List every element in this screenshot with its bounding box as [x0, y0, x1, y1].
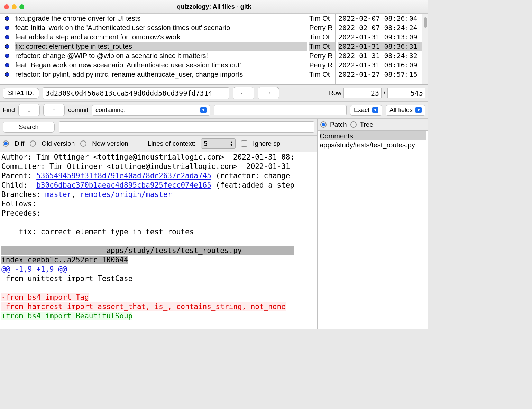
traffic-lights: [4, 4, 24, 9]
branch-remote-link[interactable]: remotes/origin/master: [80, 190, 172, 199]
commit-row[interactable]: feat: Initial work on the 'Authenticated…: [2, 23, 307, 33]
patch-radio[interactable]: [320, 121, 327, 128]
date-cell: 2022-01-31 08:36:31: [338, 42, 422, 51]
commit-dot-icon: [5, 16, 9, 21]
date-column[interactable]: 2022-02-07 08:26:042022-02-07 08:24:2420…: [336, 14, 422, 84]
commit-dot-icon: [5, 72, 9, 77]
zoom-window-button[interactable]: [19, 4, 24, 9]
find-label: Find: [3, 107, 15, 114]
new-version-label: New version: [92, 140, 128, 147]
ignore-space-checkbox[interactable]: [241, 140, 247, 147]
date-cell: 2022-01-31 08:24:32: [338, 51, 422, 61]
diff-view[interactable]: Author: Tim Ottinger <tottinge@industria…: [0, 152, 317, 329]
search-row: Search: [0, 119, 317, 136]
date-cell: 2022-01-31 09:13:09: [338, 33, 422, 42]
search-input[interactable]: [59, 121, 314, 133]
close-window-button[interactable]: [4, 4, 9, 9]
author-cell: Tim Ot: [309, 14, 335, 23]
scrollbar-thumb[interactable]: [424, 17, 427, 28]
minimize-window-button[interactable]: [12, 4, 17, 9]
commit-dot-icon: [5, 54, 9, 58]
commit-message: feat: Initial work on the 'Authenticated…: [15, 23, 307, 33]
commit-row[interactable]: feat:added a step and a comment for tomo…: [2, 33, 307, 42]
file-entry[interactable]: apps/study/tests/test_routes.py: [320, 140, 426, 149]
author-cell: Perry R: [309, 51, 335, 61]
commit-message: fix:upgrade the chrome driver for UI tes…: [15, 14, 307, 23]
parent-link[interactable]: 5365494599f31f8d791e40ad78de2637c2ada745: [36, 172, 211, 180]
search-button[interactable]: Search: [3, 122, 55, 133]
graph-cell: [2, 44, 12, 49]
main-split: Search Diff Old version New version Line…: [0, 119, 428, 329]
titlebar: quizzology: All files - gitk: [0, 0, 428, 14]
commit-row[interactable]: fix:upgrade the chrome driver for UI tes…: [2, 14, 307, 23]
patch-tree-row: Patch Tree: [318, 119, 428, 130]
commit-message: fix: correct element type in test_routes: [15, 42, 307, 51]
chevron-down-icon: ▾: [200, 107, 207, 113]
old-version-radio[interactable]: [30, 140, 36, 147]
commit-row[interactable]: feat: Began work on new sceanario 'Authe…: [2, 61, 307, 70]
row-label: Row: [329, 90, 341, 97]
find-row: Find ↓ ↑ commit containing: ▾ Exact ▾ Al…: [0, 102, 428, 119]
graph-cell: [2, 63, 12, 67]
commit-dot-icon: [5, 63, 9, 67]
tree-radio[interactable]: [350, 121, 357, 128]
diff-radio[interactable]: [3, 140, 9, 147]
graph-cell: [2, 26, 12, 30]
find-commit-label: commit: [68, 107, 88, 114]
graph-cell: [2, 35, 12, 39]
find-next-button[interactable]: ↓: [18, 104, 40, 116]
tree-label: Tree: [360, 121, 373, 128]
commit-list[interactable]: fix:upgrade the chrome driver for UI tes…: [0, 14, 307, 84]
chevron-down-icon: ▾: [372, 107, 378, 113]
commit-row[interactable]: fix: correct element type in test_routes: [2, 42, 307, 51]
graph-cell: [2, 72, 12, 77]
commit-row[interactable]: refactor: for pylint, add pylintrc, rena…: [2, 70, 307, 79]
commit-message: refactor: change @WIP to @wip on a scena…: [15, 51, 307, 61]
lines-of-context-stepper[interactable]: ▲▼: [201, 138, 236, 149]
find-fields-select[interactable]: All fields ▾: [386, 105, 425, 116]
author-cell: Perry R: [309, 61, 335, 70]
commit-message: refactor: for pylint, add pylintrc, rena…: [15, 70, 307, 79]
sha1-id-button[interactable]: SHA1 ID:: [3, 88, 39, 99]
comments-entry[interactable]: Comments: [320, 131, 426, 140]
graph-cell: [2, 54, 12, 58]
right-panel: Patch Tree Comments apps/study/tests/tes…: [318, 119, 428, 329]
left-panel: Search Diff Old version New version Line…: [0, 119, 318, 329]
find-match-select[interactable]: Exact ▾: [350, 105, 382, 116]
chevron-down-icon: ▾: [415, 107, 422, 113]
window-title: quizzology: All files - gitk: [0, 3, 428, 10]
prev-commit-button[interactable]: ←: [233, 87, 254, 99]
patch-label: Patch: [330, 121, 347, 128]
lines-of-context-label: Lines of context:: [148, 140, 195, 147]
author-cell: Perry R: [309, 23, 335, 33]
next-commit-button[interactable]: →: [258, 87, 279, 99]
commit-dot-icon: [5, 44, 9, 49]
commit-dot-icon: [5, 26, 9, 30]
file-list[interactable]: Comments apps/study/tests/test_routes.py: [318, 130, 428, 329]
current-row[interactable]: 23: [343, 88, 382, 98]
sha1-value[interactable]: 3d2309c0d456a813cca549d0ddd58cd399fd7314: [43, 87, 229, 99]
diff-options-row: Diff Old version New version Lines of co…: [0, 136, 317, 152]
author-column[interactable]: Tim OtPerry RTim OtTim OtPerry RPerry RT…: [307, 14, 336, 84]
ignore-space-label: Ignore sp: [253, 140, 280, 147]
find-prev-button[interactable]: ↑: [43, 104, 65, 116]
stepper-arrows-icon[interactable]: ▲▼: [230, 141, 233, 146]
commit-scrollbar[interactable]: [422, 14, 428, 84]
commit-dot-icon: [5, 35, 9, 39]
sha-row: SHA1 ID: 3d2309c0d456a813cca549d0ddd58cd…: [0, 85, 428, 102]
lines-of-context-input[interactable]: [203, 139, 228, 148]
find-type-select[interactable]: containing: ▾: [92, 105, 210, 116]
author-cell: Tim Ot: [309, 70, 335, 79]
commit-row[interactable]: refactor: change @WIP to @wip on a scena…: [2, 51, 307, 61]
child-link[interactable]: b30c6dbac370b1aeac4d895cba925fecc074e165: [36, 181, 211, 189]
branch-master-link[interactable]: master: [45, 190, 71, 199]
date-cell: 2022-02-07 08:26:04: [338, 14, 422, 23]
date-cell: 2022-01-31 08:16:09: [338, 61, 422, 70]
graph-cell: [2, 16, 12, 21]
new-version-radio[interactable]: [80, 140, 86, 147]
diff-radio-label: Diff: [15, 140, 24, 147]
old-version-label: Old version: [42, 140, 75, 147]
find-input[interactable]: [214, 105, 347, 115]
author-cell: Tim Ot: [309, 33, 335, 42]
author-cell: Tim Ot: [309, 42, 335, 51]
